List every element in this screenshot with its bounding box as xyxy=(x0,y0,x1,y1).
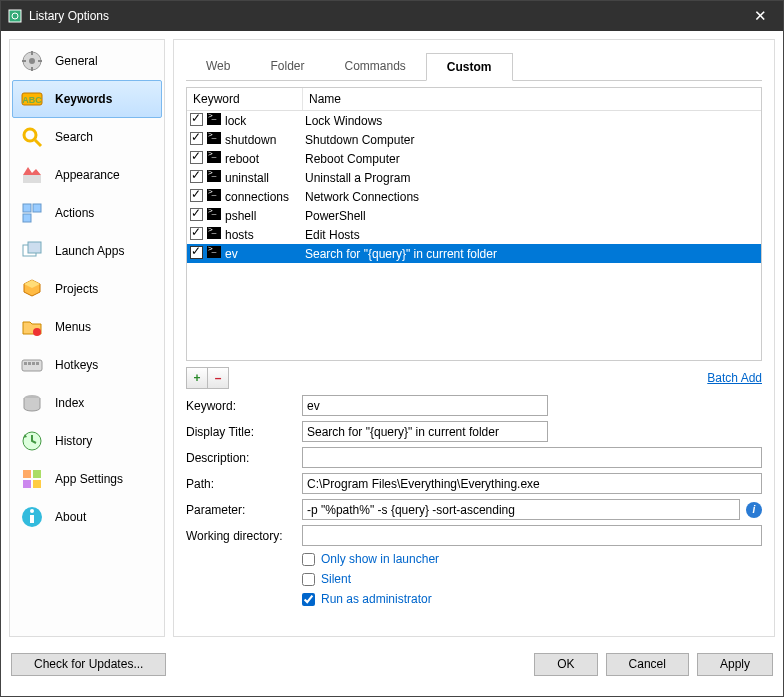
sidebar-item-label: App Settings xyxy=(55,472,123,486)
sidebar-item-history[interactable]: History xyxy=(12,422,162,460)
window-title: Listary Options xyxy=(29,9,738,23)
row-checkbox[interactable] xyxy=(187,151,205,167)
svg-rect-17 xyxy=(28,242,41,253)
svg-rect-13 xyxy=(23,204,31,212)
sidebar-item-app-settings[interactable]: App Settings xyxy=(12,460,162,498)
table-row[interactable]: lockLock Windows xyxy=(187,111,761,130)
table-row[interactable]: shutdownShutdown Computer xyxy=(187,130,761,149)
sidebar-item-label: History xyxy=(55,434,92,448)
add-button[interactable]: + xyxy=(186,367,208,389)
label-keyword: Keyword: xyxy=(186,399,302,413)
sidebar-item-search[interactable]: Search xyxy=(12,118,162,156)
checkbox-silent[interactable]: Silent xyxy=(302,572,762,586)
sidebar-icon xyxy=(19,200,45,226)
sidebar-item-index[interactable]: Index xyxy=(12,384,162,422)
silent-check[interactable] xyxy=(302,573,315,586)
row-name: Lock Windows xyxy=(303,114,761,128)
row-keyword: reboot xyxy=(223,152,303,166)
row-keyword: hosts xyxy=(223,228,303,242)
row-name: Network Connections xyxy=(303,190,761,204)
parameter-input[interactable] xyxy=(302,499,740,520)
table-row[interactable]: pshellPowerShell xyxy=(187,206,761,225)
row-checkbox[interactable] xyxy=(187,132,205,148)
check-updates-button[interactable]: Check for Updates... xyxy=(11,653,166,676)
svg-text:ABC: ABC xyxy=(22,95,42,105)
run-admin-check[interactable] xyxy=(302,593,315,606)
table-row[interactable]: evSearch for "{query}" in current folder xyxy=(187,244,761,263)
row-name: Search for "{query}" in current folder xyxy=(303,247,761,261)
tab-web[interactable]: Web xyxy=(186,53,250,81)
row-checkbox[interactable] xyxy=(187,246,205,262)
path-input[interactable] xyxy=(302,473,762,494)
only-launcher-check[interactable] xyxy=(302,553,315,566)
table-row[interactable]: rebootReboot Computer xyxy=(187,149,761,168)
keyword-input[interactable] xyxy=(302,395,548,416)
sidebar-item-keywords[interactable]: ABCKeywords xyxy=(12,80,162,118)
row-checkbox[interactable] xyxy=(187,189,205,205)
col-name[interactable]: Name xyxy=(303,88,761,110)
svg-point-3 xyxy=(29,58,35,64)
svg-rect-4 xyxy=(31,51,33,55)
sidebar-item-menus[interactable]: Menus xyxy=(12,308,162,346)
svg-rect-0 xyxy=(9,10,21,22)
sidebar-item-general[interactable]: General xyxy=(12,42,162,80)
sidebar-item-launch-apps[interactable]: Launch Apps xyxy=(12,232,162,270)
sidebar-item-label: Search xyxy=(55,130,93,144)
main-panel: WebFolderCommandsCustom Keyword Name loc… xyxy=(173,39,775,637)
description-input[interactable] xyxy=(302,447,762,468)
sidebar-item-projects[interactable]: Projects xyxy=(12,270,162,308)
svg-point-18 xyxy=(33,328,41,336)
apply-button[interactable]: Apply xyxy=(697,653,773,676)
sidebar-item-label: About xyxy=(55,510,86,524)
close-button[interactable]: ✕ xyxy=(738,1,783,31)
sidebar-item-about[interactable]: About xyxy=(12,498,162,536)
sidebar-item-label: General xyxy=(55,54,98,68)
col-keyword[interactable]: Keyword xyxy=(187,88,303,110)
svg-rect-29 xyxy=(33,480,41,488)
svg-rect-22 xyxy=(32,362,35,365)
working-dir-input[interactable] xyxy=(302,525,762,546)
footer: Check for Updates... OK Cancel Apply xyxy=(1,645,783,689)
row-checkbox[interactable] xyxy=(187,113,205,129)
checkbox-only-launcher[interactable]: Only show in launcher xyxy=(302,552,762,566)
svg-rect-20 xyxy=(24,362,27,365)
row-checkbox[interactable] xyxy=(187,208,205,224)
table-row[interactable]: uninstallUninstall a Program xyxy=(187,168,761,187)
row-keyword: shutdown xyxy=(223,133,303,147)
svg-rect-14 xyxy=(33,204,41,212)
sidebar-item-actions[interactable]: Actions xyxy=(12,194,162,232)
table-header[interactable]: Keyword Name xyxy=(187,88,761,111)
keywords-table[interactable]: Keyword Name lockLock WindowsshutdownShu… xyxy=(186,87,762,361)
label-parameter: Parameter: xyxy=(186,503,302,517)
row-name: Edit Hosts xyxy=(303,228,761,242)
sidebar-icon xyxy=(19,124,45,150)
row-checkbox[interactable] xyxy=(187,170,205,186)
svg-rect-7 xyxy=(38,60,42,62)
terminal-icon xyxy=(205,227,223,242)
ok-button[interactable]: OK xyxy=(534,653,597,676)
sidebar-item-appearance[interactable]: Appearance xyxy=(12,156,162,194)
terminal-icon xyxy=(205,151,223,166)
table-row[interactable]: connectionsNetwork Connections xyxy=(187,187,761,206)
batch-add-link[interactable]: Batch Add xyxy=(707,371,762,385)
row-keyword: lock xyxy=(223,114,303,128)
svg-rect-31 xyxy=(30,515,34,523)
svg-rect-15 xyxy=(23,214,31,222)
tab-folder[interactable]: Folder xyxy=(250,53,324,81)
svg-rect-23 xyxy=(36,362,39,365)
table-row[interactable]: hostsEdit Hosts xyxy=(187,225,761,244)
remove-button[interactable]: – xyxy=(207,367,229,389)
display-title-input[interactable] xyxy=(302,421,548,442)
sidebar-item-hotkeys[interactable]: Hotkeys xyxy=(12,346,162,384)
row-checkbox[interactable] xyxy=(187,227,205,243)
info-icon[interactable]: i xyxy=(746,502,762,518)
sidebar-icon xyxy=(19,428,45,454)
checkbox-run-admin[interactable]: Run as administrator xyxy=(302,592,762,606)
svg-rect-26 xyxy=(23,470,31,478)
titlebar[interactable]: Listary Options ✕ xyxy=(1,1,783,31)
cancel-button[interactable]: Cancel xyxy=(606,653,689,676)
sidebar: GeneralABCKeywordsSearchAppearanceAction… xyxy=(9,39,165,637)
tab-custom[interactable]: Custom xyxy=(426,53,513,81)
label-working-dir: Working directory: xyxy=(186,529,302,543)
tab-commands[interactable]: Commands xyxy=(324,53,425,81)
